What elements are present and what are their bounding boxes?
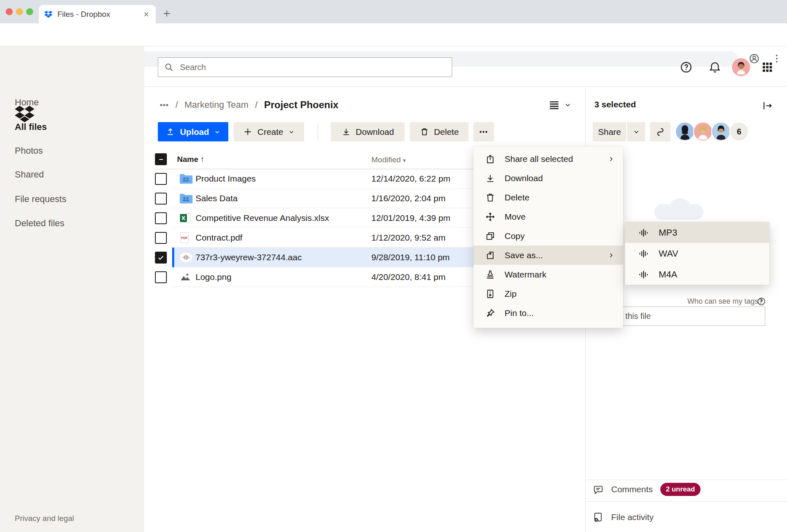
window-minimize-button[interactable]: [16, 8, 23, 15]
sort-dropdown-icon: ▾: [403, 157, 406, 164]
window-zoom-button[interactable]: [26, 8, 33, 15]
tags-hint: Who can see my tags?: [687, 297, 762, 306]
window-close-button[interactable]: [6, 8, 13, 15]
create-button[interactable]: Create: [234, 122, 304, 141]
file-activity-divider: [586, 501, 787, 502]
save-as-icon: [485, 250, 496, 261]
sidebar-item-deleted-files[interactable]: Deleted files: [15, 217, 64, 230]
download-icon: [341, 127, 351, 136]
submenu-item-wav[interactable]: WAV: [625, 243, 769, 264]
chevron-down-icon: [214, 129, 221, 135]
list-view-icon: [548, 99, 560, 111]
unread-badge: 2 unread: [660, 483, 701, 496]
more-actions-menu: Share all selected Download Delete Move: [473, 147, 623, 328]
tab-close-icon[interactable]: [143, 11, 150, 18]
plus-icon: [243, 127, 252, 136]
collaborator-overflow-count[interactable]: 6: [729, 122, 749, 141]
collaborator-avatar-2[interactable]: [693, 122, 713, 141]
excel-file-icon: [179, 212, 191, 224]
menu-item-download[interactable]: Download: [473, 168, 623, 188]
menu-item-pin-to[interactable]: Pin to...: [473, 303, 623, 323]
waveform-icon: [638, 248, 649, 259]
copy-link-button[interactable]: [650, 122, 671, 141]
submenu-item-mp3[interactable]: MP3: [625, 222, 769, 243]
select-all-checkbox[interactable]: [155, 153, 167, 165]
svg-text:PDF: PDF: [181, 236, 188, 240]
privacy-legal-link[interactable]: Privacy and legal: [15, 514, 74, 523]
chevron-down-icon: [288, 129, 295, 135]
waveform-icon: [638, 269, 649, 280]
upload-button[interactable]: Upload: [158, 122, 228, 141]
move-icon: [485, 211, 496, 222]
collaborator-avatar-1[interactable]: [675, 122, 695, 141]
delete-button[interactable]: Delete: [410, 122, 469, 141]
row-checkbox[interactable]: [155, 173, 167, 185]
shared-folder-icon: [179, 193, 193, 204]
list-view-toggle[interactable]: [548, 99, 571, 111]
zip-file-icon: [485, 289, 496, 299]
menu-item-copy[interactable]: Copy: [473, 226, 623, 246]
new-tab-button[interactable]: [162, 9, 171, 18]
menu-item-watermark[interactable]: Watermark: [473, 265, 623, 284]
row-checkbox[interactable]: [155, 271, 167, 283]
comments-icon: [593, 484, 604, 495]
download-icon: [485, 173, 496, 184]
dropbox-favicon-icon: [44, 11, 52, 18]
sidebar-item-file-requests[interactable]: File requests: [15, 193, 66, 205]
save-as-submenu: MP3 WAV M4A: [625, 222, 769, 285]
audio-file-icon: [179, 252, 193, 263]
row-checkbox[interactable]: [155, 232, 167, 244]
file-activity-row[interactable]: File activity: [593, 512, 654, 523]
share-dropdown-button[interactable]: [627, 122, 645, 141]
shared-folder-icon: [179, 173, 193, 184]
link-icon: [655, 127, 666, 137]
download-button[interactable]: Download: [331, 122, 405, 141]
sidebar-item-photos[interactable]: Photos: [15, 145, 43, 157]
help-icon[interactable]: [677, 58, 695, 76]
sidebar-item-all-files[interactable]: All files: [15, 121, 47, 133]
menu-item-share-all-selected[interactable]: Share all selected: [473, 149, 623, 168]
breadcrumb-overflow-button[interactable]: •••: [160, 101, 169, 109]
search-icon: [164, 62, 174, 72]
share-button[interactable]: Share: [593, 122, 626, 141]
row-checkbox[interactable]: [155, 212, 167, 224]
user-avatar[interactable]: [732, 58, 750, 76]
name-column-header[interactable]: Name ↑: [177, 155, 205, 164]
row-checkbox-checked[interactable]: [155, 252, 167, 264]
browser-tab-strip: Files - Dropbox: [0, 0, 787, 23]
browser-tab[interactable]: Files - Dropbox: [39, 5, 156, 23]
tags-help-icon[interactable]: [757, 297, 766, 306]
sidebar: Home All files Photos Shared File reques…: [0, 46, 144, 532]
collapse-panel-icon[interactable]: [762, 100, 773, 111]
file-activity-icon: [593, 512, 604, 523]
screen: Files - Dropbox dropbox.com: [0, 0, 787, 532]
menu-item-zip[interactable]: Zip: [473, 284, 623, 303]
breadcrumb-parent-link[interactable]: Marketing Team: [184, 100, 248, 110]
share-icon: [485, 154, 496, 164]
search-field[interactable]: [179, 62, 446, 73]
comments-row[interactable]: Comments 2 unread: [593, 483, 701, 496]
submenu-chevron-icon: [607, 155, 615, 163]
submenu-item-m4a[interactable]: M4A: [625, 264, 769, 285]
pin-icon: [485, 308, 496, 318]
menu-item-move[interactable]: Move: [473, 207, 623, 226]
row-checkbox[interactable]: [155, 193, 167, 205]
menu-item-delete[interactable]: Delete: [473, 188, 623, 207]
modified-column-header[interactable]: Modified ▾: [371, 155, 406, 164]
comments-divider: [586, 480, 787, 480]
menu-item-save-as[interactable]: Save as...: [473, 246, 623, 265]
header-divider: [144, 86, 787, 87]
collaborator-avatar-3[interactable]: [711, 122, 731, 141]
sidebar-item-home[interactable]: Home: [15, 96, 39, 109]
trash-icon: [485, 192, 496, 203]
search-input[interactable]: [158, 57, 452, 77]
notifications-bell-icon[interactable]: [706, 58, 724, 76]
apps-grid-icon[interactable]: [758, 58, 776, 76]
selected-count: 3 selected: [594, 100, 636, 109]
submenu-chevron-icon: [607, 252, 615, 259]
breadcrumb: ••• / Marketing Team / Project Phoenix: [160, 98, 339, 111]
watermark-stamp-icon: [485, 269, 496, 280]
more-actions-button[interactable]: •••: [473, 122, 494, 141]
sidebar-item-shared[interactable]: Shared: [15, 168, 44, 181]
browser-address-bar: dropbox.com: [0, 23, 787, 46]
